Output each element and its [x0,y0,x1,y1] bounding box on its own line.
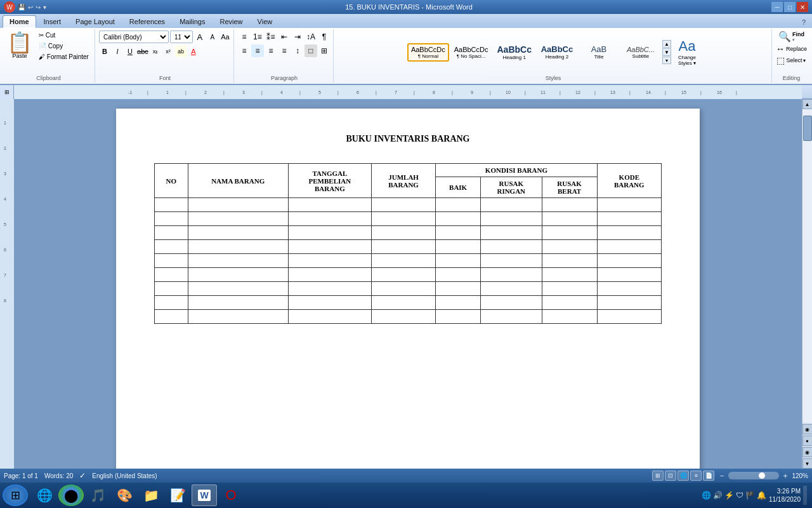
table-cell[interactable] [288,268,371,282]
table-cell[interactable] [155,198,188,212]
table-cell[interactable] [288,198,371,212]
next-page-button[interactable]: ◉ [802,447,813,457]
table-cell[interactable] [188,282,288,296]
close-button[interactable]: ✕ [797,2,808,12]
taskbar-paint[interactable]: 🎨 [112,485,137,506]
table-cell[interactable] [371,226,435,240]
table-cell[interactable] [371,254,435,268]
replace-button[interactable]: ↔ Replace [776,44,807,54]
table-cell[interactable] [371,240,435,254]
change-styles-button[interactable]: Aa ChangeStyles ▾ [675,35,699,69]
taskbar-chrome[interactable]: ⬤ [58,485,84,506]
table-cell[interactable] [288,296,371,310]
tab-view[interactable]: View [251,15,280,28]
table-cell[interactable] [597,282,661,296]
web-layout-button[interactable]: 🌐 [678,471,689,481]
tab-mailings[interactable]: Mailings [173,15,212,28]
table-cell[interactable] [188,296,288,310]
tab-home[interactable]: Home [3,15,36,28]
table-cell[interactable] [155,282,188,296]
styles-scroll-down[interactable]: ▼ [662,48,671,56]
minimize-button[interactable]: ─ [771,2,783,12]
table-cell[interactable] [436,310,481,324]
table-cell[interactable] [155,212,188,226]
decrease-indent-button[interactable]: ⇤ [278,30,291,43]
table-cell[interactable] [542,296,597,310]
select-button[interactable]: ⬚ Select ▾ [776,55,806,65]
maximize-button[interactable]: □ [784,2,796,12]
table-cell[interactable] [155,268,188,282]
borders-button[interactable]: ⊞ [318,44,331,57]
shading-button[interactable]: □ [304,44,317,57]
table-cell[interactable] [288,226,371,240]
taskbar-word[interactable]: W [192,485,217,506]
font-grow-button[interactable]: A [194,31,206,43]
zoom-out-button[interactable]: － [718,471,726,481]
table-cell[interactable] [371,198,435,212]
table-cell[interactable] [480,268,542,282]
style-normal-button[interactable]: AaBbCcDc ¶ Normal [407,43,449,62]
table-cell[interactable] [597,268,661,282]
clear-format-button[interactable]: Aa [219,31,231,43]
language[interactable]: English (United States) [92,472,157,479]
line-spacing-button[interactable]: ↕ [291,44,304,57]
scroll-up-button[interactable]: ▲ [802,99,813,109]
font-color-button[interactable]: A [188,46,199,57]
table-cell[interactable] [480,296,542,310]
table-cell[interactable] [371,268,435,282]
sort-button[interactable]: ↕A [304,30,317,43]
tab-page-layout[interactable]: Page Layout [69,15,122,28]
tray-speaker-icon[interactable]: 🔊 [713,491,723,500]
strikethrough-button[interactable]: abc [137,46,148,57]
table-cell[interactable] [188,254,288,268]
style-title-button[interactable]: AaB Title [579,42,619,62]
font-shrink-button[interactable]: A [207,31,218,43]
table-cell[interactable] [155,310,188,324]
table-cell[interactable] [436,212,481,226]
cut-button[interactable]: ✂ Cut [36,30,92,40]
tray-battery-icon[interactable]: ⚡ [724,491,734,500]
ribbon-help[interactable]: ? [798,17,809,28]
table-cell[interactable] [288,254,371,268]
italic-button[interactable]: I [112,46,123,57]
quick-access-redo[interactable]: ↪ [36,4,41,11]
table-cell[interactable] [542,198,597,212]
subscript-button[interactable]: x₂ [150,46,161,57]
full-screen-button[interactable]: ⊡ [665,471,676,481]
start-button[interactable]: ⊞ [3,485,28,506]
table-cell[interactable] [155,254,188,268]
align-right-button[interactable]: ≡ [265,44,277,57]
taskbar-explorer[interactable]: 📁 [138,485,164,506]
table-cell[interactable] [436,198,481,212]
document-scroll-area[interactable]: BUKU INVENTARIS BARANG NO NAMA BARANG TA… [14,99,802,469]
table-cell[interactable] [155,226,188,240]
taskbar-ie[interactable]: 🌐 [32,485,57,506]
table-cell[interactable] [597,254,661,268]
highlight-button[interactable]: ab [175,46,187,57]
table-cell[interactable] [371,296,435,310]
tray-antivirus-icon[interactable]: 🛡 [736,491,743,500]
table-cell[interactable] [155,240,188,254]
zoom-level[interactable]: 120% [792,472,808,479]
style-subtitle-button[interactable]: AaBbC... Subtitle [620,43,661,62]
justify-button[interactable]: ≡ [278,44,291,57]
table-cell[interactable] [288,212,371,226]
paste-button[interactable]: 📋 Paste [5,30,34,61]
select-browse-button[interactable]: ● [802,436,813,446]
table-cell[interactable] [542,254,597,268]
style-heading1-button[interactable]: AaBbCc Heading 1 [493,42,535,63]
table-cell[interactable] [480,226,542,240]
table-cell[interactable] [371,282,435,296]
table-cell[interactable] [371,212,435,226]
table-cell[interactable] [480,212,542,226]
table-cell[interactable] [480,198,542,212]
system-clock[interactable]: 3:26 PM11/18/2020 [769,487,801,504]
table-cell[interactable] [436,282,481,296]
tab-review[interactable]: Review [213,15,249,28]
zoom-in-button[interactable]: ＋ [782,471,789,481]
find-dropdown[interactable]: ▾ [792,37,804,43]
table-cell[interactable] [371,310,435,324]
table-cell[interactable] [597,310,661,324]
print-layout-button[interactable]: ⊞ [652,471,664,481]
table-cell[interactable] [597,226,661,240]
